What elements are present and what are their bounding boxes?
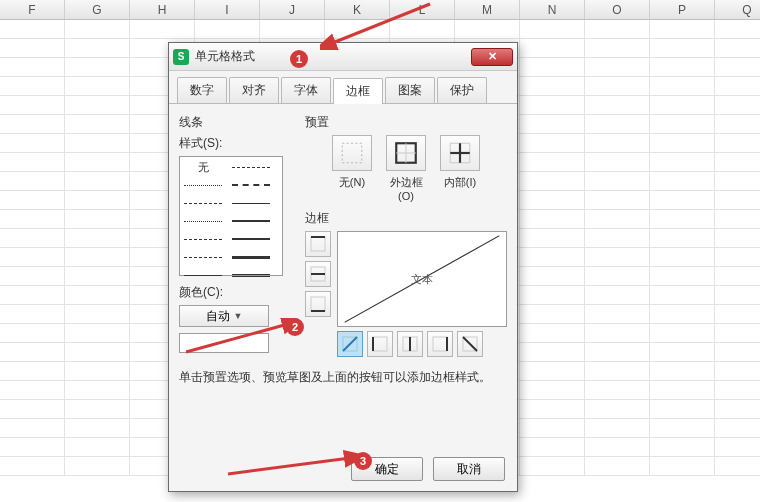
line-style-option[interactable]	[232, 215, 270, 227]
cell-format-dialog: S 单元格格式 ✕ 数字 对齐 字体 边框 图案 保护 线条 样式(S): 无	[168, 42, 518, 492]
preset-none-icon	[339, 140, 365, 166]
line-style-option[interactable]	[184, 179, 222, 191]
col-header[interactable]: L	[390, 0, 455, 19]
line-style-option[interactable]	[184, 251, 222, 263]
line-style-option[interactable]	[184, 269, 222, 281]
preview-text: 文本	[411, 272, 433, 287]
border-section-label: 边框	[305, 210, 507, 227]
line-style-option[interactable]	[232, 269, 270, 281]
hint-text: 单击预置选项、预览草图及上面的按钮可以添加边框样式。	[179, 369, 507, 386]
preset-outer-label: 外边框(O)	[385, 175, 427, 202]
svg-line-23	[463, 337, 477, 351]
line-style-option[interactable]	[184, 215, 222, 227]
dialog-body: 线条 样式(S): 无	[169, 104, 517, 394]
dialog-buttons: 确定 取消	[351, 457, 505, 481]
svg-rect-7	[311, 237, 325, 251]
preset-outer-icon	[393, 140, 419, 166]
tab-pattern[interactable]: 图案	[385, 77, 435, 103]
col-header[interactable]: O	[585, 0, 650, 19]
preset-none-button[interactable]	[332, 135, 372, 171]
line-style-option[interactable]	[232, 197, 270, 209]
line-style-option[interactable]	[232, 161, 270, 173]
line-style-none[interactable]: 无	[184, 161, 222, 173]
titlebar[interactable]: S 单元格格式 ✕	[169, 43, 517, 71]
tab-number[interactable]: 数字	[177, 77, 227, 103]
border-vmiddle-button[interactable]	[397, 331, 423, 357]
preset-none-label: 无(N)	[331, 175, 373, 190]
color-label: 颜色(C):	[179, 284, 289, 301]
col-header[interactable]: Q	[715, 0, 760, 19]
border-diag-down-button[interactable]	[457, 331, 483, 357]
col-header[interactable]: P	[650, 0, 715, 19]
line-style-option[interactable]	[232, 179, 270, 191]
line-style-list[interactable]: 无	[179, 156, 283, 276]
col-header[interactable]: M	[455, 0, 520, 19]
preset-outer-button[interactable]	[386, 135, 426, 171]
svg-rect-16	[373, 337, 387, 351]
line-style-option[interactable]	[184, 197, 222, 209]
border-diag-up-button[interactable]	[337, 331, 363, 357]
cancel-button[interactable]: 取消	[433, 457, 505, 481]
tab-border[interactable]: 边框	[333, 78, 383, 104]
border-top-button[interactable]	[305, 231, 331, 257]
border-right-button[interactable]	[427, 331, 453, 357]
preset-inner-icon	[447, 140, 473, 166]
col-header[interactable]: K	[325, 0, 390, 19]
col-header[interactable]: G	[65, 0, 130, 19]
column-header-row: F G H I J K L M N O P Q	[0, 0, 760, 20]
border-hmiddle-icon	[309, 265, 327, 283]
tab-protection[interactable]: 保护	[437, 77, 487, 103]
style-label: 样式(S):	[179, 135, 289, 152]
ok-button[interactable]: 确定	[351, 457, 423, 481]
tab-alignment[interactable]: 对齐	[229, 77, 279, 103]
svg-rect-11	[311, 297, 325, 311]
col-header[interactable]: N	[520, 0, 585, 19]
line-style-option[interactable]	[232, 233, 270, 245]
border-right-icon	[431, 335, 449, 353]
color-dropdown[interactable]: 自动 ▼	[179, 305, 269, 327]
svg-line-15	[343, 337, 357, 351]
border-vmiddle-icon	[401, 335, 419, 353]
border-diag-down-icon	[461, 335, 479, 353]
close-button[interactable]: ✕	[471, 48, 513, 66]
col-header[interactable]: H	[130, 0, 195, 19]
chevron-down-icon: ▼	[234, 311, 243, 321]
preset-inner-button[interactable]	[440, 135, 480, 171]
preset-inner-label: 内部(I)	[439, 175, 481, 190]
line-style-option[interactable]	[184, 233, 222, 245]
col-header[interactable]: J	[260, 0, 325, 19]
border-left-icon	[371, 335, 389, 353]
app-icon: S	[173, 49, 189, 65]
line-section-label: 线条	[179, 114, 289, 131]
border-hmiddle-button[interactable]	[305, 261, 331, 287]
border-bottom-button[interactable]	[305, 291, 331, 317]
tab-strip: 数字 对齐 字体 边框 图案 保护	[169, 71, 517, 104]
tab-font[interactable]: 字体	[281, 77, 331, 103]
line-style-option[interactable]	[232, 251, 270, 263]
color-auto-label: 自动	[206, 308, 230, 325]
border-diag-up-icon	[341, 335, 359, 353]
border-bottom-icon	[309, 295, 327, 313]
svg-rect-20	[433, 337, 447, 351]
col-header[interactable]: I	[195, 0, 260, 19]
border-left-button[interactable]	[367, 331, 393, 357]
close-icon: ✕	[488, 50, 497, 63]
dialog-title: 单元格格式	[195, 48, 471, 65]
svg-rect-0	[342, 143, 362, 163]
col-header[interactable]: F	[0, 0, 65, 19]
border-top-icon	[309, 235, 327, 253]
border-preview[interactable]: 文本	[337, 231, 507, 327]
preset-section-label: 预置	[305, 114, 507, 131]
color-swatch[interactable]	[179, 333, 269, 353]
